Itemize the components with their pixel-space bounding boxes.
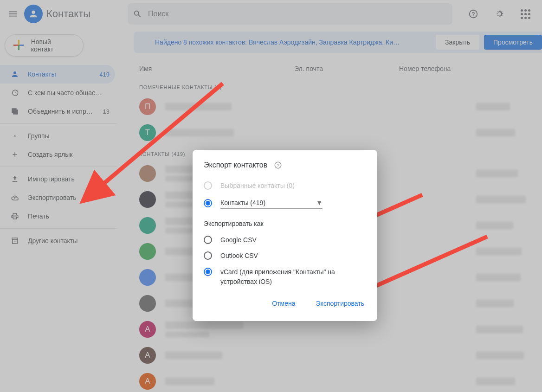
export-dialog: Экспорт контактов ? Выбранные контакты (… <box>193 150 377 321</box>
radio-icon <box>204 199 212 207</box>
help-icon[interactable]: ? <box>274 161 282 169</box>
radio-icon <box>204 181 212 190</box>
radio-label: Выбранные контакты (0) <box>220 182 366 189</box>
radio-vcard[interactable]: vCard (для приложения "Контакты" на устр… <box>204 267 366 287</box>
radio-label: Outlook CSV <box>220 252 366 259</box>
radio-all-contacts[interactable]: Контакты (419) ▼ <box>204 197 366 209</box>
contacts-dropdown[interactable]: Контакты (419) ▼ <box>220 197 323 209</box>
radio-label: Google CSV <box>220 236 366 244</box>
radio-google-csv[interactable]: Google CSV <box>204 236 366 244</box>
radio-icon <box>204 251 212 260</box>
radio-icon <box>204 268 212 276</box>
dropdown-value: Контакты (419) <box>220 199 265 206</box>
chevron-down-icon: ▼ <box>316 199 323 206</box>
svg-text:?: ? <box>277 163 279 168</box>
dialog-title: Экспорт контактов <box>204 161 267 169</box>
export-as-label: Экспортировать как <box>204 220 366 227</box>
radio-selected-contacts: Выбранные контакты (0) <box>204 181 366 190</box>
radio-icon <box>204 236 212 244</box>
export-button[interactable]: Экспортировать <box>314 297 366 310</box>
radio-outlook-csv[interactable]: Outlook CSV <box>204 251 366 260</box>
radio-label: vCard (для приложения "Контакты" на устр… <box>220 267 366 287</box>
cancel-button[interactable]: Отмена <box>270 297 297 310</box>
